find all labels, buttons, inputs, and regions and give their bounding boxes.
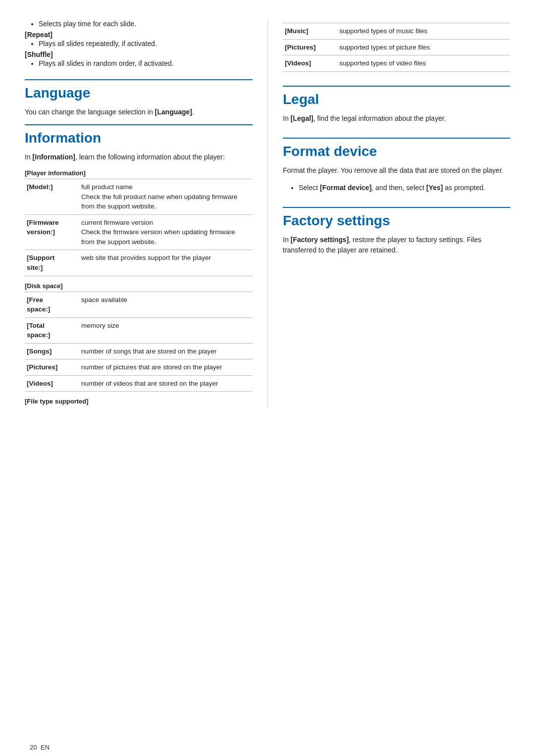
table-row: [Videos] supported types of video files bbox=[283, 55, 510, 72]
disk-space-label: [Disk space] bbox=[25, 282, 253, 290]
support-label: [Supportsite:] bbox=[25, 250, 79, 276]
file-type-table: [Music] supported types of music files [… bbox=[283, 23, 510, 72]
legal-section: Legal In [Legal], find the legal informa… bbox=[283, 86, 510, 124]
page-number: 20 bbox=[30, 744, 37, 751]
language-heading: Language bbox=[25, 79, 253, 101]
format-device-heading: Format device bbox=[283, 138, 510, 159]
pictures-label: [Pictures] bbox=[25, 359, 79, 376]
firmware-value: current firmware versionCheck the firmwa… bbox=[79, 214, 253, 250]
videos-ft-label: [Videos] bbox=[283, 55, 337, 72]
information-heading: Information bbox=[25, 124, 253, 146]
music-label: [Music] bbox=[283, 23, 337, 40]
table-row: [Totalspace:] memory size bbox=[25, 317, 253, 343]
factory-settings-section: Factory settings In [Factory settings], … bbox=[283, 207, 510, 255]
pictures-ft-value: supported types of picture files bbox=[337, 39, 510, 55]
factory-settings-heading: Factory settings bbox=[283, 207, 510, 229]
table-row: [Music] supported types of music files bbox=[283, 23, 510, 40]
language-section: Language You can change the language sel… bbox=[25, 79, 253, 117]
songs-value: number of songs that are stored on the p… bbox=[79, 343, 253, 359]
table-row: [Videos] number of videos that are store… bbox=[25, 375, 253, 392]
factory-settings-body: In [Factory settings], restore the playe… bbox=[283, 235, 510, 255]
table-row: [Freespace:] space available bbox=[25, 292, 253, 317]
page-footer: 20 EN bbox=[30, 744, 50, 751]
model-value: full product nameCheck the full product … bbox=[79, 179, 253, 215]
disk-space-table: [Freespace:] space available [Totalspace… bbox=[25, 292, 253, 392]
free-space-value: space available bbox=[79, 292, 253, 317]
player-info-table: [Model:] full product nameCheck the full… bbox=[25, 179, 253, 276]
page-lang: EN bbox=[41, 744, 50, 751]
pictures-ft-label: [Pictures] bbox=[283, 39, 337, 55]
pictures-value: number of pictures that are stored on th… bbox=[79, 359, 253, 376]
format-device-bullet: Select [Format device], and then, select… bbox=[299, 183, 510, 193]
format-device-section: Format device Format the player. You rem… bbox=[283, 138, 510, 193]
songs-label: [Songs] bbox=[25, 343, 79, 359]
file-type-section: [Music] supported types of music files [… bbox=[283, 23, 510, 72]
shuffle-label: [Shuffle] bbox=[25, 50, 53, 58]
language-body: You can change the language selection in… bbox=[25, 107, 253, 117]
table-row: [Pictures] number of pictures that are s… bbox=[25, 359, 253, 376]
information-intro: In [Information], learn the following in… bbox=[25, 152, 253, 162]
intro-bullets: Selects play time for each slide. [Repea… bbox=[25, 20, 253, 67]
player-information-label: [Player information] bbox=[25, 169, 253, 177]
table-row: [Pictures] supported types of picture fi… bbox=[283, 39, 510, 55]
table-row: [Supportsite:] web site that provides su… bbox=[25, 250, 253, 276]
legal-body: In [Legal], find the legal information a… bbox=[283, 113, 510, 124]
slide-time-bullet: Selects play time for each slide. bbox=[39, 20, 253, 28]
format-device-body: Format the player. You remove all the da… bbox=[283, 165, 510, 176]
total-space-label: [Totalspace:] bbox=[25, 317, 79, 343]
shuffle-bullet: Plays all slides in random order, if act… bbox=[39, 59, 253, 67]
videos-value: number of videos that are stored on the … bbox=[79, 375, 253, 392]
free-space-label: [Freespace:] bbox=[25, 292, 79, 317]
file-type-label: [File type supported] bbox=[25, 398, 253, 405]
repeat-label: [Repeat] bbox=[25, 31, 53, 39]
table-row: [Songs] number of songs that are stored … bbox=[25, 343, 253, 359]
support-value: web site that provides support for the p… bbox=[79, 250, 253, 276]
repeat-bullet: Plays all slides repeatedly, if activate… bbox=[39, 40, 253, 48]
videos-ft-value: supported types of video files bbox=[337, 55, 510, 72]
table-row: [Firmwareversion:] current firmware vers… bbox=[25, 214, 253, 250]
firmware-label: [Firmwareversion:] bbox=[25, 214, 79, 250]
videos-label: [Videos] bbox=[25, 375, 79, 392]
model-label: [Model:] bbox=[25, 179, 79, 215]
music-value: supported types of music files bbox=[337, 23, 510, 40]
information-section: Information In [Information], learn the … bbox=[25, 124, 253, 405]
legal-heading: Legal bbox=[283, 86, 510, 107]
total-space-value: memory size bbox=[79, 317, 253, 343]
table-row: [Model:] full product nameCheck the full… bbox=[25, 179, 253, 215]
